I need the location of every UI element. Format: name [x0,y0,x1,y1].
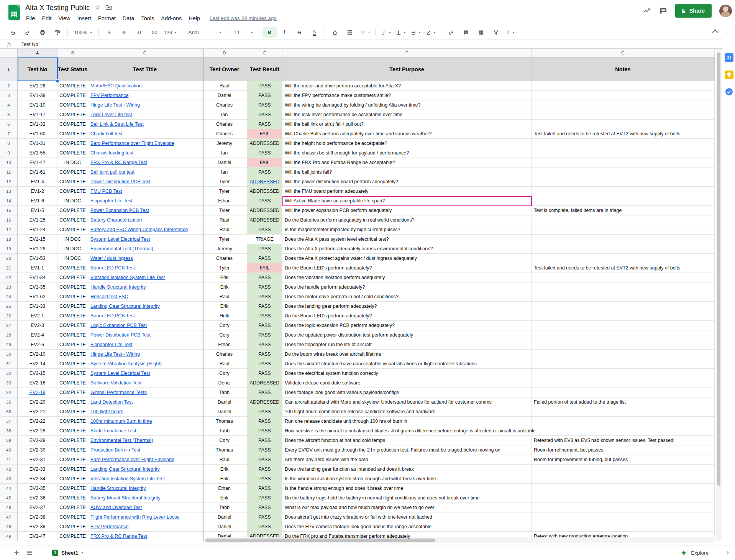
cell-notes[interactable] [532,215,715,225]
cell-test-result[interactable]: ADDRESSED [247,378,282,388]
currency-format-button[interactable]: $ [102,27,116,38]
cell-test-title[interactable]: Production Burn-in Test [88,445,202,455]
cell-test-result[interactable]: PASS [247,388,282,397]
last-edit-note[interactable]: Last edit was 28 minutes ago [210,15,277,21]
cell-test-no[interactable]: EV2-14 [18,359,57,369]
cell-notes[interactable] [532,139,715,148]
cell-test-result[interactable]: PASS [247,311,282,321]
cell-test-title-link[interactable]: Software Validation Test [90,380,141,386]
cell-test-title[interactable]: Software Validation Test [88,378,202,388]
increase-decimal-button[interactable]: .00 [147,27,161,38]
cell-test-purpose[interactable]: Does the aircraft structure have unaccep… [282,359,532,369]
cell-test-title-link[interactable]: Power Expansion PCB Test [90,208,149,213]
row-number[interactable]: 27 [0,321,18,330]
menu-add-ons[interactable]: Add-ons [158,15,185,22]
row-number[interactable]: 19 [0,244,18,254]
cell-test-result[interactable]: PASS [247,81,282,91]
vertical-align-dropdown-icon[interactable] [404,32,406,33]
row-number[interactable]: 20 [0,254,18,263]
cell-test-no[interactable]: EV1-34 [18,273,57,282]
cell-test-title[interactable]: Power Distribution PCB Test [88,330,202,340]
cell-test-title[interactable]: Logic Expansion PCB Test [88,321,202,330]
cell-test-title[interactable]: System Vibration Analysis (Flight) [88,359,202,369]
cell-test-result[interactable]: PASS [247,110,282,120]
cell-test-status[interactable]: COMPLETE [57,206,88,215]
cell-notes[interactable] [532,110,715,120]
cell-notes[interactable] [532,474,715,484]
cell-test-title-link[interactable]: FMU PCB Test [90,189,122,194]
cell-test-no[interactable]: EV1-10 [18,100,57,110]
keep-icon[interactable] [725,71,733,79]
cell-test-status[interactable]: COMPLETE [57,350,88,359]
cell-test-owner[interactable]: Tyler [202,177,247,187]
cell-test-title-link[interactable]: Chassis loading test [90,150,133,156]
cell-test-status[interactable]: COMPLETE [57,139,88,148]
row-number[interactable]: 24 [0,292,18,302]
cell-test-purpose[interactable]: Does the electrical system function corr… [282,369,532,378]
header-cell-notes[interactable]: Notes [532,57,715,81]
cell-notes[interactable]: Test failed and needs to be retested at … [532,129,715,139]
cell-test-owner[interactable]: Daniel [202,397,247,407]
cell-test-owner[interactable]: Tabb [202,503,247,512]
cell-test-result[interactable]: PASS [247,340,282,350]
cell-test-status[interactable]: IN DOC [57,158,88,168]
more-formats-button[interactable]: 123 [162,27,179,38]
cell-test-purpose[interactable]: Does the Alta X protect agains water / d… [282,254,532,263]
formula-input[interactable]: Test No [17,40,723,48]
cell-notes[interactable] [532,350,715,359]
cell-test-owner[interactable]: Erik [202,493,247,503]
cell-test-owner[interactable]: Hulk [202,311,247,321]
cell-test-title-link[interactable]: FRX Pro & RC Range Test [90,160,147,165]
cell-test-result[interactable]: PASS [247,407,282,417]
cell-test-owner[interactable]: Daniel [202,407,247,417]
row-number[interactable]: 22 [0,273,18,282]
text-wrap-button[interactable] [409,27,423,38]
cell-test-purpose[interactable]: Does the logic expansion PCB perform ade… [282,321,532,330]
cell-test-title[interactable]: Battery Mount Structural Integrity [88,493,202,503]
cell-test-title-link[interactable]: Production Burn-in Test [90,447,140,453]
text-rotation-button[interactable] [423,27,438,38]
cell-test-title[interactable]: System Level Electrical Test [88,369,202,378]
header-cell-test-status[interactable]: Test Status [57,57,88,81]
row-number[interactable]: 33 [0,378,18,388]
cell-test-owner[interactable]: Raul [202,215,247,225]
font-family-dropdown-icon[interactable] [219,32,221,33]
cell-notes[interactable] [532,493,715,503]
cell-test-title-link[interactable]: Lock Lever Life test [90,112,132,117]
cell-test-purpose[interactable]: Will Charlie Bolts perform adequately ov… [282,129,532,139]
cell-test-result[interactable]: TRIAGE [247,235,282,244]
cell-notes[interactable] [532,378,715,388]
cell-test-status[interactable]: IN DOC [57,244,88,254]
cell-test-title-link[interactable]: Hinge Life Test - Wiring [90,102,140,108]
cell-test-title-link[interactable]: AUW and Overload Test [90,505,142,510]
functions-button[interactable]: Σ [504,27,518,38]
cell-test-result[interactable]: PASS [247,522,282,532]
column-header-f[interactable]: F [282,49,532,57]
cell-test-status[interactable]: COMPLETE [57,215,88,225]
cell-notes[interactable] [532,503,715,512]
cell-test-title[interactable]: AUW and Overload Test [88,503,202,512]
cell-test-no[interactable]: EV1-62 [18,292,57,302]
row-number[interactable]: 8 [0,139,18,148]
cell-notes[interactable] [532,512,715,522]
cell-notes[interactable] [532,465,715,474]
cell-test-purpose[interactable]: Every EV/DV unit must go through the 2 h… [282,445,532,455]
cell-test-title-link[interactable]: Motor/ESC Qualification [90,83,141,89]
cell-test-no[interactable]: EV2-36 [18,493,57,503]
decrease-decimal-button[interactable]: .0 [132,27,146,38]
cell-test-title[interactable]: Charliebolt test [88,129,202,139]
row-number[interactable]: 9 [0,148,18,158]
cell-test-status[interactable]: COMPLETE [57,493,88,503]
cell-test-title-link[interactable]: Power Distribution PCB Test [90,332,151,338]
cell-test-result[interactable]: ADDRESSED [247,139,282,148]
cell-test-status[interactable]: IN DOC [57,235,88,244]
cell-test-owner[interactable]: Ethan [202,484,247,493]
row-number[interactable]: 13 [0,187,18,196]
cell-test-status[interactable]: COMPLETE [57,273,88,282]
cell-notes[interactable] [532,321,715,330]
cell-test-result[interactable]: ADDRESSED [247,206,282,215]
cell-test-title[interactable]: Landing Gear Structural Integrity [88,465,202,474]
cell-test-result[interactable]: PASS [247,330,282,340]
menu-help[interactable]: Help [185,15,203,22]
cell-notes[interactable] [532,407,715,417]
